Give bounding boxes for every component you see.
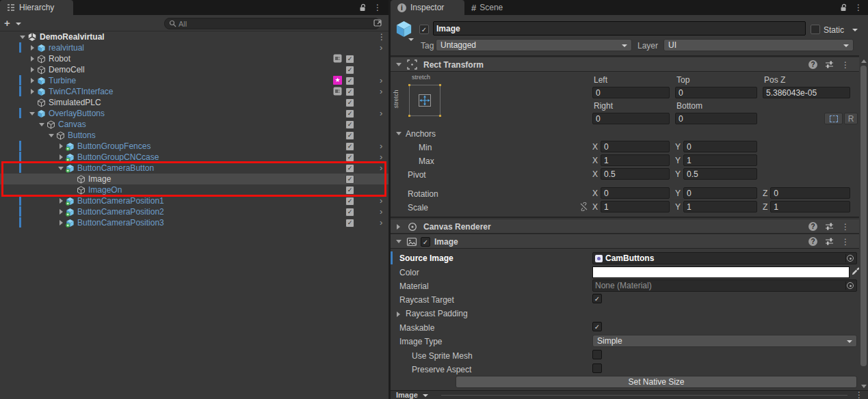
- rect-transform-header[interactable]: Rect Transform ? ⋮: [391, 57, 859, 72]
- component-enabled-checkbox[interactable]: ✓: [421, 237, 430, 247]
- help-icon[interactable]: ?: [808, 222, 817, 231]
- prefab-open-chevron[interactable]: ›: [380, 195, 382, 206]
- expand-arrow-icon[interactable]: [48, 130, 56, 141]
- expand-arrow-icon[interactable]: [57, 217, 66, 228]
- component-menu-icon[interactable]: ⋮: [841, 223, 850, 231]
- preview-dropdown-caret[interactable]: [423, 394, 428, 397]
- rotation-x-field[interactable]: [601, 187, 670, 199]
- active-checkbox[interactable]: ✓: [345, 66, 354, 74]
- layer-dropdown[interactable]: UI: [663, 39, 854, 51]
- canvas-renderer-header[interactable]: Canvas Renderer ? ⋮: [391, 219, 859, 234]
- help-icon[interactable]: ?: [808, 60, 817, 69]
- material-object-field[interactable]: None (Material): [592, 279, 857, 292]
- active-checkbox[interactable]: ✓: [345, 208, 354, 217]
- rotation-z-field[interactable]: [770, 187, 850, 199]
- pivot-x-field[interactable]: [601, 168, 670, 180]
- expand-arrow-icon[interactable]: [57, 206, 66, 217]
- lock-icon[interactable]: [359, 3, 367, 12]
- open-window-icon[interactable]: [373, 18, 383, 27]
- panel-menu-icon[interactable]: ⋮: [373, 3, 382, 12]
- expand-arrow-icon[interactable]: [57, 141, 66, 152]
- scale-z-field[interactable]: [770, 201, 850, 212]
- color-swatch[interactable]: [592, 266, 850, 278]
- expand-arrow-icon[interactable]: [29, 64, 37, 75]
- foldout-arrow-icon[interactable]: [397, 224, 400, 230]
- prefab-open-chevron[interactable]: ›: [380, 217, 382, 228]
- prefab-open-chevron[interactable]: ›: [380, 141, 382, 152]
- prefab-open-chevron[interactable]: ›: [380, 42, 382, 53]
- row-menu-icon[interactable]: ⋮: [378, 32, 386, 42]
- tab-hierarchy[interactable]: Hierarchy: [0, 0, 73, 15]
- hierarchy-search-input[interactable]: All: [164, 18, 380, 29]
- object-picker-icon[interactable]: [845, 254, 854, 262]
- source-image-object-field[interactable]: CamButtons: [592, 252, 857, 264]
- image-component-header[interactable]: ✓ Image ? ⋮: [391, 234, 859, 249]
- expand-arrow-icon[interactable]: [57, 195, 66, 206]
- active-checkbox[interactable]: ✓: [345, 77, 354, 85]
- blueprint-mode-button[interactable]: [824, 113, 843, 124]
- use-sprite-mesh-checkbox[interactable]: [592, 350, 602, 359]
- expand-arrow-icon[interactable]: [29, 75, 37, 86]
- hierarchy-row[interactable]: ButtonCameraPosition2 ✓ ›: [0, 206, 389, 217]
- scrollbar-thumb[interactable]: [860, 66, 867, 366]
- prefab-open-chevron[interactable]: ›: [380, 206, 382, 217]
- hierarchy-row[interactable]: OverlayButtons ✓ ›: [0, 108, 389, 119]
- gameobject-active-checkbox[interactable]: ✓: [419, 25, 429, 34]
- hierarchy-row-scene-root[interactable]: DemoRealvirtual ⋮: [0, 31, 389, 42]
- raw-edit-mode-button[interactable]: R: [844, 113, 858, 124]
- preview-pane-header[interactable]: Image ⋮: [391, 390, 868, 399]
- panel-menu-icon[interactable]: ⋮: [854, 3, 863, 12]
- set-native-size-button[interactable]: Set Native Size: [456, 376, 857, 388]
- hierarchy-row[interactable]: Buttons ✓: [0, 130, 389, 141]
- hierarchy-row[interactable]: TwinCATInterface ✓ ›: [0, 86, 389, 97]
- hierarchy-row[interactable]: realvirtual ›: [0, 42, 389, 53]
- left-field[interactable]: [592, 87, 670, 98]
- component-menu-icon[interactable]: ⋮: [841, 238, 850, 246]
- create-object-button[interactable]: +: [4, 17, 10, 29]
- hierarchy-row[interactable]: ButtonCameraPosition3 ✓ ›: [0, 217, 389, 228]
- right-field[interactable]: [592, 113, 670, 124]
- expand-arrow-icon[interactable]: [19, 31, 27, 42]
- hierarchy-row[interactable]: Canvas ✓: [0, 119, 389, 130]
- active-checkbox[interactable]: ✓: [345, 197, 354, 206]
- hierarchy-row[interactable]: Turbine ★ ✓ ›: [0, 75, 389, 86]
- gameobject-icon-caret[interactable]: [408, 38, 414, 41]
- foldout-arrow-icon[interactable]: [396, 63, 402, 66]
- gameobject-name-field[interactable]: [433, 21, 806, 36]
- expand-arrow-icon[interactable]: [29, 53, 37, 64]
- prefab-open-chevron[interactable]: ›: [380, 75, 382, 86]
- component-menu-icon[interactable]: ⋮: [841, 61, 850, 69]
- scroll-up-arrow[interactable]: [861, 59, 867, 63]
- preview-drag-handle[interactable]: [441, 395, 847, 396]
- anchor-max-y-field[interactable]: [683, 154, 757, 166]
- top-field[interactable]: [675, 87, 757, 98]
- active-checkbox[interactable]: ✓: [345, 131, 354, 140]
- posz-field[interactable]: [763, 87, 850, 98]
- anchor-max-x-field[interactable]: [601, 154, 670, 166]
- hierarchy-row[interactable]: ButtonCameraPosition1 ✓ ›: [0, 195, 389, 206]
- anchors-foldout-icon[interactable]: [396, 132, 402, 135]
- expand-arrow-icon[interactable]: [29, 108, 37, 119]
- hierarchy-row[interactable]: Robot ✓: [0, 53, 389, 64]
- scale-y-field[interactable]: [683, 201, 757, 212]
- anchor-min-x-field[interactable]: [601, 141, 670, 152]
- active-checkbox[interactable]: ✓: [345, 87, 354, 96]
- inspector-scrollbar[interactable]: [859, 57, 868, 390]
- pivot-y-field[interactable]: [683, 168, 757, 180]
- presets-icon[interactable]: [825, 222, 834, 231]
- expand-arrow-icon[interactable]: [29, 42, 37, 53]
- preserve-aspect-checkbox[interactable]: [592, 363, 602, 373]
- create-dropdown-caret[interactable]: [16, 23, 21, 25]
- unlinked-scale-icon[interactable]: [579, 202, 588, 211]
- hierarchy-row[interactable]: DemoCell ✓: [0, 64, 389, 75]
- static-checkbox[interactable]: [811, 25, 820, 34]
- gameobject-icon[interactable]: [395, 20, 413, 38]
- active-checkbox[interactable]: ✓: [345, 219, 354, 228]
- hierarchy-row[interactable]: SimulatedPLC ✓: [0, 97, 389, 108]
- scroll-down-arrow[interactable]: [861, 385, 867, 388]
- prefab-open-chevron[interactable]: ›: [380, 86, 382, 97]
- active-checkbox[interactable]: ✓: [345, 98, 354, 107]
- active-checkbox[interactable]: ✓: [345, 109, 354, 118]
- tag-dropdown[interactable]: Untagged: [436, 39, 632, 51]
- expand-arrow-icon[interactable]: [29, 86, 37, 97]
